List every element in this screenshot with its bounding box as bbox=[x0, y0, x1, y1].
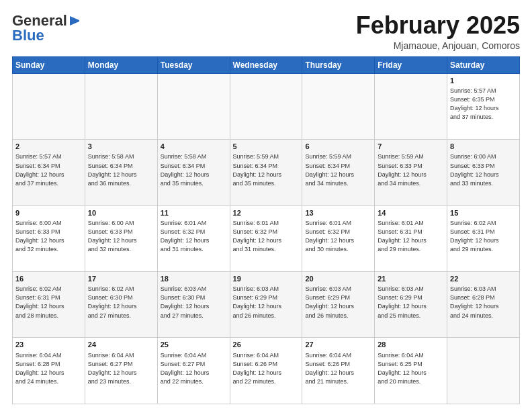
calendar-header-row: SundayMondayTuesdayWednesdayThursdayFrid… bbox=[13, 56, 520, 73]
day-info: Sunrise: 5:58 AM Sunset: 6:34 PM Dayligh… bbox=[161, 152, 227, 187]
calendar-week-1: 1Sunrise: 5:57 AM Sunset: 6:35 PM Daylig… bbox=[13, 73, 520, 139]
day-number: 3 bbox=[88, 142, 154, 152]
calendar-cell: 14Sunrise: 6:01 AM Sunset: 6:31 PM Dayli… bbox=[375, 205, 447, 271]
logo-triangle-icon bbox=[69, 15, 81, 27]
day-number: 4 bbox=[161, 142, 227, 152]
month-title: February 2025 bbox=[356, 12, 520, 39]
title-block: February 2025 Mjamaoue, Anjouan, Comoros bbox=[356, 12, 520, 51]
calendar-cell: 6Sunrise: 5:59 AM Sunset: 6:34 PM Daylig… bbox=[302, 140, 375, 205]
calendar-cell: 12Sunrise: 6:01 AM Sunset: 6:32 PM Dayli… bbox=[230, 205, 302, 271]
calendar-week-3: 9Sunrise: 6:00 AM Sunset: 6:33 PM Daylig… bbox=[13, 205, 520, 271]
day-info: Sunrise: 6:03 AM Sunset: 6:30 PM Dayligh… bbox=[161, 285, 227, 320]
calendar-cell bbox=[447, 338, 520, 404]
calendar-cell: 15Sunrise: 6:02 AM Sunset: 6:31 PM Dayli… bbox=[447, 205, 520, 271]
calendar-cell: 19Sunrise: 6:03 AM Sunset: 6:29 PM Dayli… bbox=[230, 272, 302, 338]
weekday-header-friday: Friday bbox=[375, 56, 447, 73]
calendar-cell: 8Sunrise: 6:00 AM Sunset: 6:33 PM Daylig… bbox=[447, 140, 520, 205]
day-number: 26 bbox=[233, 340, 300, 350]
day-info: Sunrise: 5:59 AM Sunset: 6:33 PM Dayligh… bbox=[378, 152, 444, 187]
calendar-cell: 23Sunrise: 6:04 AM Sunset: 6:28 PM Dayli… bbox=[13, 338, 85, 404]
day-info: Sunrise: 6:04 AM Sunset: 6:27 PM Dayligh… bbox=[161, 351, 227, 386]
calendar-cell: 27Sunrise: 6:04 AM Sunset: 6:26 PM Dayli… bbox=[302, 338, 375, 404]
logo-blue: Blue bbox=[12, 27, 44, 44]
day-number: 2 bbox=[15, 142, 82, 152]
day-number: 7 bbox=[378, 142, 444, 152]
calendar-cell: 25Sunrise: 6:04 AM Sunset: 6:27 PM Dayli… bbox=[157, 338, 230, 404]
page: General Blue February 2025 Mjamaoue, Anj… bbox=[0, 0, 532, 411]
day-info: Sunrise: 6:04 AM Sunset: 6:28 PM Dayligh… bbox=[15, 351, 82, 386]
weekday-header-monday: Monday bbox=[85, 56, 157, 73]
day-number: 24 bbox=[88, 340, 154, 350]
day-number: 9 bbox=[15, 208, 82, 218]
calendar-cell: 28Sunrise: 6:04 AM Sunset: 6:25 PM Dayli… bbox=[375, 338, 447, 404]
day-info: Sunrise: 5:59 AM Sunset: 6:34 PM Dayligh… bbox=[233, 152, 300, 187]
calendar-cell: 9Sunrise: 6:00 AM Sunset: 6:33 PM Daylig… bbox=[13, 205, 85, 271]
day-number: 10 bbox=[88, 208, 154, 218]
calendar-cell: 10Sunrise: 6:00 AM Sunset: 6:33 PM Dayli… bbox=[85, 205, 157, 271]
day-number: 18 bbox=[161, 274, 227, 284]
day-info: Sunrise: 6:00 AM Sunset: 6:33 PM Dayligh… bbox=[15, 219, 82, 254]
day-number: 27 bbox=[305, 340, 371, 350]
day-info: Sunrise: 6:03 AM Sunset: 6:29 PM Dayligh… bbox=[233, 285, 300, 320]
calendar-body: 1Sunrise: 5:57 AM Sunset: 6:35 PM Daylig… bbox=[13, 73, 520, 404]
day-number: 28 bbox=[378, 340, 444, 350]
day-info: Sunrise: 6:01 AM Sunset: 6:32 PM Dayligh… bbox=[233, 219, 300, 254]
weekday-header-saturday: Saturday bbox=[447, 56, 520, 73]
day-number: 12 bbox=[233, 208, 300, 218]
day-info: Sunrise: 6:01 AM Sunset: 6:32 PM Dayligh… bbox=[161, 219, 227, 254]
header: General Blue February 2025 Mjamaoue, Anj… bbox=[12, 12, 520, 51]
calendar-cell: 17Sunrise: 6:02 AM Sunset: 6:30 PM Dayli… bbox=[85, 272, 157, 338]
day-number: 11 bbox=[161, 208, 227, 218]
weekday-header-wednesday: Wednesday bbox=[230, 56, 302, 73]
calendar-cell bbox=[375, 73, 447, 139]
calendar-week-5: 23Sunrise: 6:04 AM Sunset: 6:28 PM Dayli… bbox=[13, 338, 520, 404]
calendar-cell: 26Sunrise: 6:04 AM Sunset: 6:26 PM Dayli… bbox=[230, 338, 302, 404]
day-number: 13 bbox=[305, 208, 371, 218]
location-subtitle: Mjamaoue, Anjouan, Comoros bbox=[356, 40, 520, 51]
calendar-cell: 5Sunrise: 5:59 AM Sunset: 6:34 PM Daylig… bbox=[230, 140, 302, 205]
logo: General Blue bbox=[12, 12, 81, 44]
calendar-cell: 3Sunrise: 5:58 AM Sunset: 6:34 PM Daylig… bbox=[85, 140, 157, 205]
calendar-cell: 1Sunrise: 5:57 AM Sunset: 6:35 PM Daylig… bbox=[447, 73, 520, 139]
day-info: Sunrise: 6:02 AM Sunset: 6:31 PM Dayligh… bbox=[450, 219, 517, 254]
day-info: Sunrise: 6:01 AM Sunset: 6:32 PM Dayligh… bbox=[305, 219, 371, 254]
calendar-cell: 7Sunrise: 5:59 AM Sunset: 6:33 PM Daylig… bbox=[375, 140, 447, 205]
day-number: 20 bbox=[305, 274, 371, 284]
calendar-week-2: 2Sunrise: 5:57 AM Sunset: 6:34 PM Daylig… bbox=[13, 140, 520, 205]
day-info: Sunrise: 6:00 AM Sunset: 6:33 PM Dayligh… bbox=[88, 219, 154, 254]
day-info: Sunrise: 6:01 AM Sunset: 6:31 PM Dayligh… bbox=[378, 219, 444, 254]
calendar-table: SundayMondayTuesdayWednesdayThursdayFrid… bbox=[12, 56, 520, 404]
day-info: Sunrise: 6:02 AM Sunset: 6:30 PM Dayligh… bbox=[88, 285, 154, 320]
day-info: Sunrise: 6:03 AM Sunset: 6:29 PM Dayligh… bbox=[305, 285, 371, 320]
svg-marker-0 bbox=[70, 16, 79, 26]
day-info: Sunrise: 6:04 AM Sunset: 6:26 PM Dayligh… bbox=[233, 351, 300, 386]
day-number: 15 bbox=[450, 208, 517, 218]
day-number: 14 bbox=[378, 208, 444, 218]
calendar-cell bbox=[13, 73, 85, 139]
calendar-cell: 2Sunrise: 5:57 AM Sunset: 6:34 PM Daylig… bbox=[13, 140, 85, 205]
day-info: Sunrise: 6:02 AM Sunset: 6:31 PM Dayligh… bbox=[15, 285, 82, 320]
day-number: 5 bbox=[233, 142, 300, 152]
day-info: Sunrise: 6:04 AM Sunset: 6:26 PM Dayligh… bbox=[305, 351, 371, 386]
calendar-cell bbox=[230, 73, 302, 139]
day-info: Sunrise: 5:59 AM Sunset: 6:34 PM Dayligh… bbox=[305, 152, 371, 187]
calendar-cell bbox=[157, 73, 230, 139]
day-number: 16 bbox=[15, 274, 82, 284]
calendar-cell: 4Sunrise: 5:58 AM Sunset: 6:34 PM Daylig… bbox=[157, 140, 230, 205]
calendar-cell: 13Sunrise: 6:01 AM Sunset: 6:32 PM Dayli… bbox=[302, 205, 375, 271]
weekday-header-tuesday: Tuesday bbox=[157, 56, 230, 73]
day-number: 21 bbox=[378, 274, 444, 284]
calendar-cell: 20Sunrise: 6:03 AM Sunset: 6:29 PM Dayli… bbox=[302, 272, 375, 338]
weekday-header-sunday: Sunday bbox=[13, 56, 85, 73]
day-info: Sunrise: 5:57 AM Sunset: 6:34 PM Dayligh… bbox=[15, 152, 82, 187]
calendar-cell bbox=[85, 73, 157, 139]
day-number: 17 bbox=[88, 274, 154, 284]
calendar-week-4: 16Sunrise: 6:02 AM Sunset: 6:31 PM Dayli… bbox=[13, 272, 520, 338]
day-info: Sunrise: 6:00 AM Sunset: 6:33 PM Dayligh… bbox=[450, 152, 517, 187]
day-number: 6 bbox=[305, 142, 371, 152]
day-number: 1 bbox=[450, 76, 517, 86]
day-number: 25 bbox=[161, 340, 227, 350]
calendar-cell: 21Sunrise: 6:03 AM Sunset: 6:29 PM Dayli… bbox=[375, 272, 447, 338]
day-info: Sunrise: 5:58 AM Sunset: 6:34 PM Dayligh… bbox=[88, 152, 154, 187]
calendar-cell: 24Sunrise: 6:04 AM Sunset: 6:27 PM Dayli… bbox=[85, 338, 157, 404]
